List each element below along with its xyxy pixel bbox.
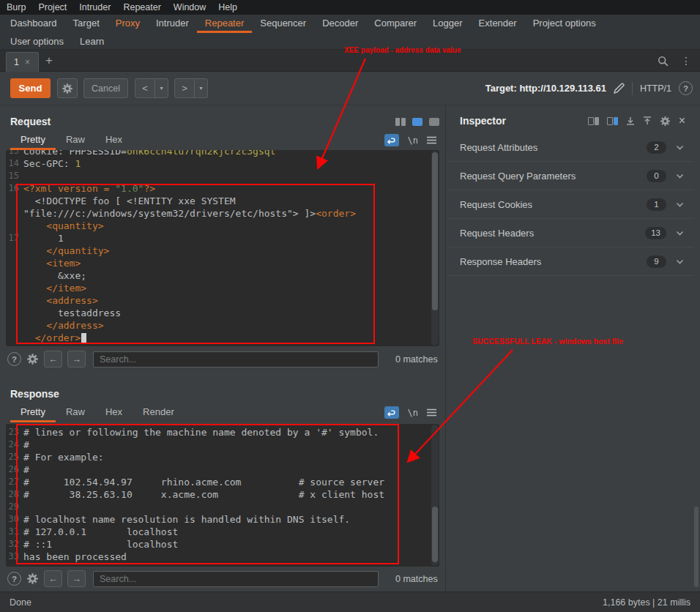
response-search-input[interactable] — [93, 571, 379, 587]
tab-intruder[interactable]: Intruder — [148, 15, 197, 33]
search-help-icon[interactable]: ? — [7, 352, 21, 366]
history-back-button[interactable]: < ▾ — [135, 78, 168, 98]
code-line: 15 — [6, 170, 439, 182]
menu-item-burp[interactable]: Burp — [7, 2, 26, 12]
word-wrap-icon[interactable] — [384, 134, 399, 146]
text-cursor — [81, 333, 86, 343]
search-settings-gear-icon[interactable] — [26, 353, 39, 365]
request-scrollbar[interactable] — [431, 151, 439, 346]
layout-columns-icon[interactable] — [395, 118, 406, 126]
show-newlines-toggle[interactable]: \n — [408, 135, 418, 146]
response-tab-pretty[interactable]: Pretty — [10, 403, 56, 422]
response-tab-render[interactable]: Render — [133, 403, 185, 422]
main-tab-bar: DashboardTargetProxyIntruderRepeaterSequ… — [0, 15, 700, 50]
chevron-down-icon[interactable] — [676, 259, 684, 264]
response-tab-hex[interactable]: Hex — [95, 403, 133, 422]
window-scrollbar-thumb[interactable] — [694, 507, 699, 587]
tab-target[interactable]: Target — [65, 15, 108, 33]
search-next-button[interactable]: → — [67, 351, 86, 367]
inspector-section-request-query-parameters[interactable]: Request Query Parameters0 — [448, 162, 694, 190]
close-inspector-icon[interactable]: × — [679, 115, 685, 127]
help-icon[interactable]: ? — [679, 81, 693, 95]
request-scrollbar-thumb[interactable] — [432, 152, 438, 310]
line-number — [6, 332, 23, 344]
count-badge: 13 — [645, 227, 666, 239]
chevron-down-icon[interactable] — [676, 145, 684, 150]
chevron-down-icon[interactable] — [676, 231, 684, 236]
menu-item-intruder[interactable]: Intruder — [79, 2, 111, 12]
inspector-section-request-attributes[interactable]: Request Attributes2 — [448, 133, 694, 162]
menu-item-project[interactable]: Project — [38, 2, 67, 12]
expand-all-icon[interactable] — [626, 116, 635, 125]
response-scrollbar-thumb[interactable] — [432, 507, 438, 562]
request-search-input[interactable] — [93, 351, 379, 367]
http-version-selector[interactable]: HTTP/1 — [640, 83, 671, 94]
dock-right-icon[interactable] — [607, 117, 618, 125]
back-dropdown-icon[interactable]: ▾ — [155, 79, 168, 97]
tab-decoder[interactable]: Decoder — [314, 15, 366, 33]
code-text: has been processed — [23, 551, 127, 563]
inspector-settings-gear-icon[interactable] — [660, 116, 671, 127]
tab-proxy[interactable]: Proxy — [108, 15, 148, 33]
count-badge: 0 — [647, 170, 666, 182]
history-forward-button[interactable]: > ▾ — [174, 78, 208, 98]
tab-extender[interactable]: Extender — [471, 15, 525, 33]
menu-item-help[interactable]: Help — [218, 2, 237, 12]
search-help-icon[interactable]: ? — [7, 572, 21, 586]
request-tab-pretty[interactable]: Pretty — [10, 130, 56, 150]
search-prev-button[interactable]: ← — [44, 570, 62, 587]
tab-logger[interactable]: Logger — [425, 15, 470, 33]
editor-menu-icon[interactable] — [427, 136, 436, 144]
code-text: <!DOCTYPE foo [ <!ENTITY xxe SYSTEM — [23, 195, 236, 207]
status-text: Done — [10, 597, 31, 608]
send-settings-gear-icon[interactable] — [57, 78, 78, 98]
chevron-down-icon[interactable] — [676, 202, 684, 207]
repeater-tab-1[interactable]: 1 × — [6, 52, 39, 72]
collapse-all-icon[interactable] — [643, 116, 652, 125]
line-number: 30 — [6, 513, 23, 526]
response-tab-raw[interactable]: Raw — [56, 403, 95, 422]
repeater-tab-label: 1 — [14, 57, 19, 67]
tab-comparer[interactable]: Comparer — [366, 15, 425, 33]
inspector-section-request-cookies[interactable]: Request Cookies1 — [448, 190, 694, 219]
tab-project-options[interactable]: Project options — [525, 15, 604, 33]
kebab-menu-icon[interactable]: ⋮ — [681, 55, 691, 67]
menu-item-repeater[interactable]: Repeater — [123, 2, 160, 12]
layout-tabs-icon[interactable] — [429, 118, 439, 126]
tab-repeater[interactable]: Repeater — [197, 15, 252, 33]
request-editor[interactable]: 13Cookie: PHPSESSID=onk6cch4tu7rqn2kjcr2… — [6, 150, 439, 346]
inspector-section-request-headers[interactable]: Request Headers13 — [448, 219, 694, 247]
inspector-sections: Request Attributes2Request Query Paramet… — [448, 133, 694, 276]
tab-learn[interactable]: Learn — [72, 33, 112, 49]
search-icon[interactable] — [658, 56, 669, 67]
request-tab-raw[interactable]: Raw — [56, 130, 95, 150]
tab-user-options[interactable]: User options — [2, 33, 72, 49]
response-scrollbar[interactable] — [431, 425, 439, 566]
chevron-down-icon[interactable] — [676, 173, 684, 179]
close-tab-icon[interactable]: × — [25, 57, 30, 67]
tab-sequencer[interactable]: Sequencer — [252, 15, 314, 33]
panel-splitter[interactable] — [445, 105, 446, 592]
code-text: # 127.0.0.1 localhost — [23, 526, 178, 538]
word-wrap-icon[interactable] — [384, 406, 399, 419]
forward-arrow-icon[interactable]: > — [175, 79, 195, 97]
send-button[interactable]: Send — [10, 78, 51, 98]
response-editor[interactable]: 23# lines or following the machine name … — [6, 424, 439, 567]
request-tab-hex[interactable]: Hex — [95, 130, 133, 150]
cancel-button[interactable]: Cancel — [83, 78, 128, 98]
edit-target-pencil-icon[interactable] — [614, 83, 625, 94]
menu-item-window[interactable]: Window — [174, 2, 206, 12]
show-newlines-toggle[interactable]: \n — [408, 408, 418, 418]
layout-rows-icon[interactable] — [412, 118, 422, 126]
search-next-button[interactable]: → — [67, 570, 86, 587]
search-prev-button[interactable]: ← — [44, 351, 62, 367]
dock-left-icon[interactable] — [588, 117, 599, 125]
inspector-section-response-headers[interactable]: Response Headers9 — [448, 247, 694, 276]
search-settings-gear-icon[interactable] — [26, 572, 39, 585]
editor-menu-icon[interactable] — [427, 408, 436, 417]
forward-dropdown-icon[interactable]: ▾ — [195, 79, 207, 97]
tab-dashboard[interactable]: Dashboard — [2, 15, 65, 33]
add-tab-button[interactable]: + — [45, 50, 53, 72]
back-arrow-icon[interactable]: < — [135, 79, 155, 97]
code-text: <?xml version = "1.0"?> — [23, 182, 155, 195]
